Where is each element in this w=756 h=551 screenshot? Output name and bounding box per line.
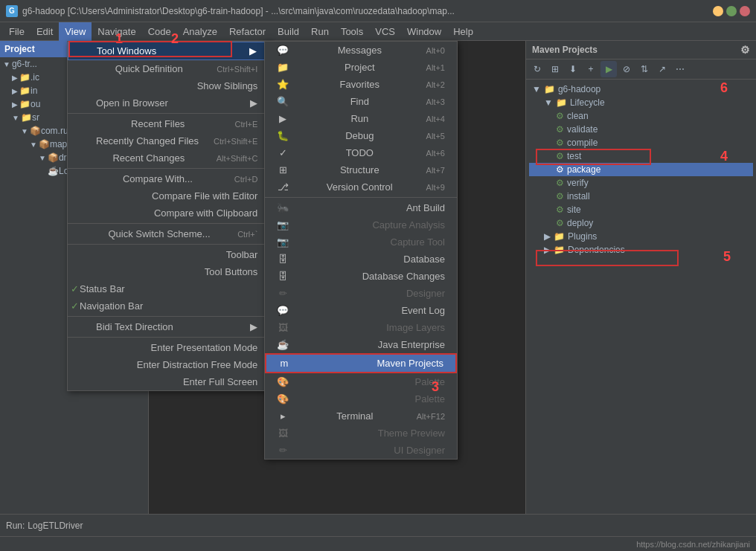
menu-run[interactable]: Run xyxy=(305,22,335,41)
dropdown-toolbar[interactable]: Toolbar xyxy=(68,246,269,263)
refresh-btn[interactable]: ↻ xyxy=(529,61,545,77)
maven-package[interactable]: ⚙ package xyxy=(529,163,753,176)
maven-project-root[interactable]: ▼ 📁 g6-hadoop xyxy=(529,83,753,96)
submenu-label: Palette xyxy=(415,393,445,405)
menu-window[interactable]: Window xyxy=(401,22,447,41)
minimize-button[interactable] xyxy=(713,6,723,16)
dropdown-recently-changed[interactable]: Recently Changed Files Ctrl+Shift+E xyxy=(68,132,269,149)
close-button[interactable] xyxy=(740,6,750,16)
dropdown-label: Quick Switch Scheme... xyxy=(108,228,210,239)
submenu-terminal[interactable]: ▸ Terminal Alt+F12 xyxy=(265,407,457,425)
maven-test[interactable]: ⚙ test xyxy=(529,149,753,163)
expand-icon: ▼ xyxy=(532,84,541,94)
dropdown-label: Compare With... xyxy=(123,173,193,184)
submenu-database-changes[interactable]: 🗄 Database Changes xyxy=(265,268,457,285)
dropdown-full-screen[interactable]: Enter Full Screen xyxy=(68,373,269,390)
dropdown-label: Quick Definition xyxy=(115,63,183,74)
submenu-structure[interactable]: ⊞ Structure Alt+7 xyxy=(265,161,457,178)
submenu-debug[interactable]: 🐛 Debug Alt+5 xyxy=(265,127,457,144)
dropdown-recent-files[interactable]: Recent Files Ctrl+E xyxy=(68,115,269,132)
window-controls xyxy=(713,6,750,16)
skip-btn[interactable]: ⊘ xyxy=(618,61,635,77)
maven-plugins[interactable]: ▶ 📁 Plugins xyxy=(529,230,753,243)
dropdown-distraction-free[interactable]: Enter Distraction Free Mode xyxy=(68,356,269,373)
menu-analyze[interactable]: Analyze xyxy=(177,22,223,41)
submenu-label: Event Log xyxy=(401,305,445,316)
shortcut-text: Ctrl+E xyxy=(234,120,257,129)
submenu-favorites[interactable]: ⭐ Favorites Alt+2 xyxy=(265,76,457,93)
submenu-run[interactable]: ▶ Run Alt+4 xyxy=(265,110,457,127)
menu-view[interactable]: View xyxy=(59,22,92,41)
add-btn[interactable]: ⊞ xyxy=(547,61,563,77)
maven-site[interactable]: ⚙ site xyxy=(529,203,753,216)
maven-deploy[interactable]: ⚙ deploy xyxy=(529,216,753,230)
menu-code[interactable]: Code xyxy=(142,22,177,41)
dropdown-compare-file[interactable]: Compare File with Editor xyxy=(68,187,269,204)
shortcut-text: Ctrl+D xyxy=(234,175,257,184)
dropdown-show-siblings[interactable]: Show Siblings xyxy=(68,77,269,94)
settings-icon[interactable]: ⚙ xyxy=(740,44,750,56)
dropdown-recent-changes[interactable]: Recent Changes Alt+Shift+C xyxy=(68,149,269,167)
dropdown-tool-windows[interactable]: Tool Windows ▶ xyxy=(68,42,269,60)
dropdown-tool-buttons[interactable]: Tool Buttons xyxy=(68,263,269,280)
submenu-database[interactable]: 🗄 Database xyxy=(265,251,457,268)
submenu-palette1: 🎨 Palette xyxy=(265,373,457,390)
more-btn[interactable]: ⋯ xyxy=(672,61,688,77)
maven-validate[interactable]: ⚙ validate xyxy=(529,123,753,136)
collapse-arrow: ▼ xyxy=(3,60,10,68)
toggle-btn[interactable]: ⇅ xyxy=(636,61,653,77)
maven-project-label: g6-hadoop xyxy=(558,84,600,94)
submenu-label: Debug xyxy=(345,130,374,141)
submenu-todo[interactable]: ✓ TODO Alt+6 xyxy=(265,144,457,161)
submenu-capture-tool: 📷 Capture Tool xyxy=(265,233,457,251)
title-text: g6-hadoop [C:\Users\Administrator\Deskto… xyxy=(22,6,713,16)
tree-label: in xyxy=(31,86,37,96)
submenu-find[interactable]: 🔍 Find Alt+3 xyxy=(265,93,457,110)
expand-btn[interactable]: ↗ xyxy=(654,61,670,77)
maven-verify[interactable]: ⚙ verify xyxy=(529,176,753,190)
palette-icon: 🎨 xyxy=(277,376,289,387)
dropdown-bidi[interactable]: Bidi Text Direction ▶ xyxy=(68,318,269,335)
dropdown-status-bar[interactable]: Status Bar xyxy=(68,280,269,297)
maven-compile[interactable]: ⚙ compile xyxy=(529,136,753,149)
maximize-button[interactable] xyxy=(726,6,737,16)
menu-vcs[interactable]: VCS xyxy=(369,22,401,41)
submenu-messages[interactable]: 💬 Messages Alt+0 xyxy=(265,42,457,59)
submenu-java-enterprise[interactable]: ☕ Java Enterprise xyxy=(265,336,457,353)
dropdown-compare-clipboard[interactable]: Compare with Clipboard xyxy=(68,204,269,222)
debug-icon: 🐛 xyxy=(277,130,289,141)
submenu-arrow: ▶ xyxy=(249,45,257,57)
dropdown-presentation-mode[interactable]: Enter Presentation Mode xyxy=(68,339,269,356)
dropdown-quick-switch[interactable]: Quick Switch Scheme... Ctrl+` xyxy=(68,225,269,242)
dropdown-quick-definition[interactable]: Quick Definition Ctrl+Shift+I xyxy=(68,60,269,77)
menu-build[interactable]: Build xyxy=(272,22,305,41)
dropdown-navigation-bar[interactable]: Navigation Bar xyxy=(68,297,269,315)
gear-icon: ⚙ xyxy=(556,204,564,215)
maven-clean[interactable]: ⚙ clean xyxy=(529,109,753,123)
menu-file[interactable]: File xyxy=(3,22,31,41)
download-btn[interactable]: ⬇ xyxy=(565,61,581,77)
run-btn[interactable]: ▶ xyxy=(600,61,617,77)
submenu-version-control[interactable]: ⎇ Version Control Alt+9 xyxy=(265,178,457,196)
maven-lifecycle-group[interactable]: ▼ 📁 Lifecycle xyxy=(529,96,753,109)
event-log-icon: 💬 xyxy=(277,305,289,316)
maven-dependencies-label: Dependencies xyxy=(568,245,625,255)
menu-refactor[interactable]: Refactor xyxy=(223,22,272,41)
tree-label: ou xyxy=(31,99,40,109)
dropdown-open-browser[interactable]: Open in Browser ▶ xyxy=(68,94,269,112)
submenu-maven-projects[interactable]: m Maven Projects xyxy=(265,353,457,373)
vc-icon: ⎇ xyxy=(277,181,289,193)
maven-dependencies[interactable]: ▶ 📁 Dependencies xyxy=(529,243,753,257)
submenu-ant-build[interactable]: 🐜 Ant Build xyxy=(265,199,457,216)
menu-navigate[interactable]: Navigate xyxy=(92,22,141,41)
menu-edit[interactable]: Edit xyxy=(31,22,59,41)
maven-install[interactable]: ⚙ install xyxy=(529,190,753,203)
dropdown-compare-with[interactable]: Compare With... Ctrl+D xyxy=(68,170,269,187)
menu-tools[interactable]: Tools xyxy=(335,22,369,41)
dropdown-label: Navigation Bar xyxy=(80,300,143,312)
maven-panel-controls: ⚙ xyxy=(740,44,750,56)
submenu-project[interactable]: 📁 Project Alt+1 xyxy=(265,59,457,76)
plus-btn[interactable]: + xyxy=(583,61,599,77)
submenu-event-log[interactable]: 💬 Event Log xyxy=(265,302,457,319)
menu-help[interactable]: Help xyxy=(447,22,479,41)
